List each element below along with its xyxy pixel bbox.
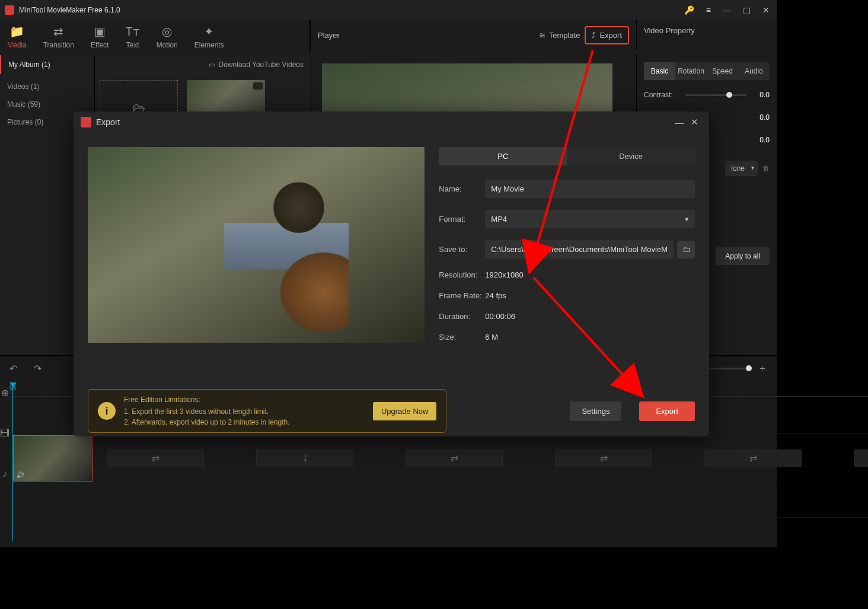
template-button[interactable]: ≋Template	[534, 27, 585, 43]
titlebar: MiniTool MovieMaker Free 6.1.0 🔑 ≡ — ▢ ✕	[0, 0, 777, 20]
modal-close-icon[interactable]: ✕	[687, 114, 702, 130]
export-tab-device[interactable]: Device	[567, 147, 695, 165]
resolution-label: Resolution:	[439, 270, 485, 279]
my-album-label[interactable]: My Album (1)	[0, 55, 94, 74]
tab-basic[interactable]: Basic	[644, 62, 675, 80]
key-icon[interactable]: 🔑	[682, 4, 697, 16]
size-label: Size:	[439, 333, 485, 342]
transition-slot[interactable]: ⇄	[107, 449, 204, 467]
app-title: MiniTool MovieMaker Free 6.1.0	[19, 6, 682, 14]
maximize-icon[interactable]: ▢	[741, 4, 753, 16]
player-title: Player	[318, 31, 534, 40]
layers-icon: ≋	[539, 31, 545, 40]
download-youtube-link[interactable]: Download YouTube Videos	[219, 60, 304, 69]
saveto-field[interactable]: C:\Users\Helen Green\Documents\MiniTool …	[485, 240, 674, 259]
browse-folder-icon[interactable]: 🗀	[677, 241, 695, 259]
limitations-line-1: 1. Export the first 3 videos without len…	[124, 406, 365, 417]
toolbar-effect[interactable]: ▣Effect	[91, 25, 108, 49]
redo-icon[interactable]: ↷	[34, 363, 42, 374]
free-edition-limitations: i Free Edition Limitations: 1. Export th…	[88, 389, 446, 433]
add-track-icon[interactable]: ⊕	[1, 387, 9, 398]
effect-icon: ▣	[94, 25, 106, 37]
hamburger-menu-icon[interactable]: ≡	[704, 4, 713, 16]
format-label: Format:	[439, 215, 485, 224]
elements-icon: ✦	[204, 25, 214, 37]
motion-icon: ◎	[162, 25, 172, 37]
toolbar-media[interactable]: 📁Media	[7, 25, 27, 49]
export-button[interactable]: ⤴Export	[587, 27, 627, 43]
transition-slot[interactable]: ⤓	[256, 449, 353, 467]
export-modal-title: Export	[96, 117, 120, 127]
app-logo-icon	[5, 5, 14, 15]
playhead-icon[interactable]	[9, 382, 17, 387]
video-property-title: Video Property	[637, 20, 777, 41]
contrast-value: 0.0	[752, 91, 770, 99]
sidebar-videos[interactable]: Videos (1)	[0, 78, 94, 95]
main-toolbar: 📁Media ⇄Transition ▣Effect TᴛText ◎Motio…	[0, 20, 310, 55]
transition-slot[interactable]: ⇄	[704, 449, 802, 467]
limitations-line-2: 2. Afterwards, export video up to 2 minu…	[124, 417, 365, 428]
name-field[interactable]: My Movie	[485, 180, 695, 198]
duration-label: Duration:	[439, 312, 485, 321]
resolution-value: 1920x1080	[485, 270, 523, 279]
toolbar-elements[interactable]: ✦Elements	[194, 25, 224, 49]
duration-value: 00:00:06	[485, 312, 515, 321]
toolbar-transition[interactable]: ⇄Transition	[43, 25, 74, 49]
settings-button[interactable]: Settings	[570, 401, 621, 421]
name-label: Name:	[439, 184, 485, 193]
toolbar-motion[interactable]: ◎Motion	[157, 25, 178, 49]
limitations-heading: Free Edition Limitations:	[124, 394, 365, 405]
sidebar-music[interactable]: Music (59)	[0, 95, 94, 113]
transition-slot[interactable]: ⇄	[854, 449, 868, 467]
apply-to-all-button[interactable]: Apply to all	[716, 247, 770, 265]
contrast-slider[interactable]	[685, 94, 746, 96]
text-icon: Tᴛ	[125, 25, 139, 37]
folder-icon: 📁	[9, 25, 24, 37]
transition-icon: ⇄	[53, 25, 63, 37]
upgrade-now-button[interactable]: Upgrade Now	[373, 402, 437, 420]
transition-slot[interactable]: ⇄	[406, 449, 503, 467]
close-icon[interactable]: ✕	[760, 4, 772, 16]
framerate-value: 24 fps	[485, 291, 506, 300]
saveto-label: Save to:	[439, 245, 485, 254]
format-select[interactable]: MP4	[485, 210, 695, 228]
toolbar-text[interactable]: TᴛText	[125, 25, 139, 49]
upload-icon: ⤴	[592, 31, 596, 40]
export-confirm-button[interactable]: Export	[639, 401, 695, 421]
speaker-icon: 🔊	[16, 471, 24, 479]
export-logo-icon	[81, 117, 91, 127]
youtube-icon: ▭	[209, 60, 215, 69]
framerate-label: Frame Rate:	[439, 291, 485, 300]
reset-select[interactable]: lone	[725, 161, 758, 176]
undo-icon[interactable]: ↶	[9, 363, 17, 374]
tab-audio[interactable]: Audio	[738, 62, 770, 80]
zoom-in-icon[interactable]: ＋	[758, 362, 767, 375]
tab-rotation[interactable]: Rotation	[675, 62, 707, 80]
tab-speed[interactable]: Speed	[707, 62, 738, 80]
transition-slot[interactable]: ⇄	[555, 449, 652, 467]
export-tab-pc[interactable]: PC	[439, 147, 567, 165]
timeline-clip[interactable]: 🔊	[13, 435, 92, 482]
video-track-icon: 🎞	[0, 428, 9, 439]
prop-value-3: 0.0	[752, 136, 770, 144]
modal-minimize-icon[interactable]: —	[671, 115, 687, 130]
minimize-icon[interactable]: —	[720, 4, 733, 16]
prop-value-2: 0.0	[752, 113, 770, 122]
contrast-label: Contrast:	[644, 91, 685, 99]
trash-icon[interactable]: 🗑	[762, 164, 770, 173]
size-value: 6 M	[485, 333, 498, 342]
info-icon: i	[98, 402, 116, 420]
audio-track-icon: ♪	[2, 468, 7, 479]
export-preview	[88, 147, 425, 343]
export-modal: Export — ✕ PC Device Name: My Movie Form…	[74, 111, 709, 436]
